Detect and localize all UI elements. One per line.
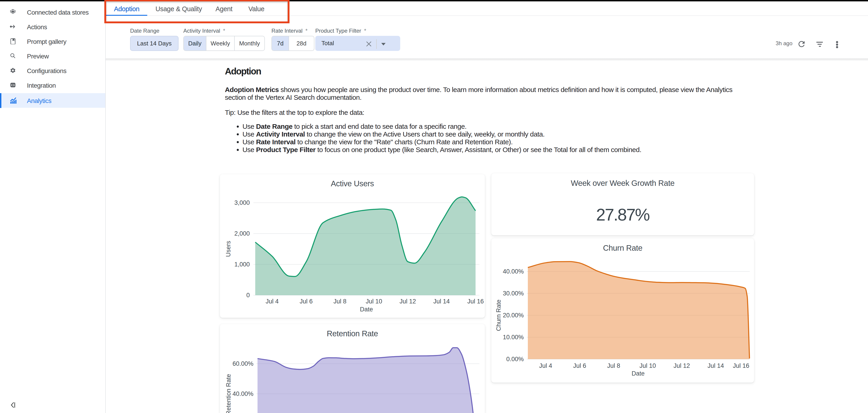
svg-text:Jul 4: Jul 4 — [539, 362, 552, 369]
svg-text:Jul 10: Jul 10 — [640, 362, 656, 369]
svg-text:Jul 14: Jul 14 — [433, 298, 450, 305]
svg-text:0: 0 — [246, 292, 250, 298]
svg-text:Jul 4: Jul 4 — [266, 298, 279, 305]
svg-text:40.00%: 40.00% — [503, 268, 524, 275]
svg-text:10.00%: 10.00% — [503, 334, 524, 341]
svg-text:Date: Date — [631, 370, 645, 377]
svg-text:Date: Date — [360, 306, 373, 313]
svg-text:Jul 8: Jul 8 — [607, 362, 620, 369]
svg-text:Jul 16: Jul 16 — [733, 362, 749, 369]
svg-text:Jul 14: Jul 14 — [708, 362, 724, 369]
svg-text:3,000: 3,000 — [234, 199, 250, 206]
svg-text:Users: Users — [225, 241, 232, 257]
svg-text:30.00%: 30.00% — [503, 290, 524, 297]
svg-text:Churn Rate: Churn Rate — [495, 299, 502, 331]
svg-text:Jul 16: Jul 16 — [467, 298, 484, 305]
svg-text:60.00%: 60.00% — [232, 360, 253, 367]
svg-text:Jul 6: Jul 6 — [573, 362, 586, 369]
svg-text:2,000: 2,000 — [234, 230, 250, 237]
svg-text:Jul 12: Jul 12 — [674, 362, 690, 369]
svg-text:Jul 8: Jul 8 — [333, 298, 346, 305]
svg-text:Jul 10: Jul 10 — [366, 298, 382, 305]
svg-text:1,000: 1,000 — [234, 261, 250, 268]
svg-text:Jul 6: Jul 6 — [300, 298, 313, 305]
svg-text:40.00%: 40.00% — [232, 390, 253, 397]
svg-text:Jul 12: Jul 12 — [400, 298, 416, 305]
svg-text:20.00%: 20.00% — [503, 312, 524, 319]
svg-text:0.00%: 0.00% — [506, 356, 524, 362]
svg-text:Retention Rate: Retention Rate — [225, 374, 232, 413]
